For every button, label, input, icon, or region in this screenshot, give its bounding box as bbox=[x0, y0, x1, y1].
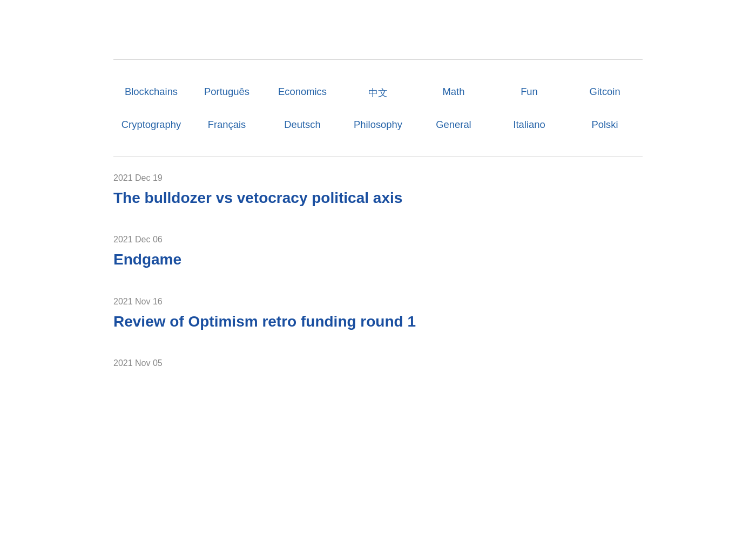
nav-item-general[interactable]: General bbox=[416, 114, 491, 135]
posts-list: 2021 Dec 19The bulldozer vs vetocracy po… bbox=[113, 157, 643, 368]
nav-item-economics[interactable]: Economics bbox=[265, 82, 340, 104]
post-entry: 2021 Dec 19The bulldozer vs vetocracy po… bbox=[113, 173, 643, 208]
post-date: 2021 Dec 19 bbox=[113, 173, 643, 183]
post-entry: 2021 Dec 06Endgame bbox=[113, 235, 643, 269]
site-title bbox=[113, 0, 643, 59]
post-title[interactable]: The bulldozer vs vetocracy political axi… bbox=[113, 188, 643, 208]
nav-item-deutsch[interactable]: Deutsch bbox=[265, 114, 340, 135]
nav-item-cryptography[interactable]: Cryptography bbox=[113, 114, 189, 135]
nav-item-[interactable]: 中文 bbox=[340, 82, 416, 104]
post-entry: 2021 Nov 05 bbox=[113, 358, 643, 368]
nav-item-portugus[interactable]: Português bbox=[189, 82, 265, 104]
category-nav: BlockchainsPortuguêsEconomics中文MathFunGi… bbox=[113, 60, 643, 157]
post-title[interactable]: Review of Optimism retro funding round 1 bbox=[113, 312, 643, 331]
post-entry: 2021 Nov 16Review of Optimism retro fund… bbox=[113, 297, 643, 331]
nav-item-polski[interactable]: Polski bbox=[567, 114, 643, 135]
nav-item-math[interactable]: Math bbox=[416, 82, 491, 104]
nav-item-italiano[interactable]: Italiano bbox=[491, 114, 567, 135]
nav-item-philosophy[interactable]: Philosophy bbox=[340, 114, 416, 135]
post-title[interactable]: Endgame bbox=[113, 250, 643, 269]
post-date: 2021 Nov 05 bbox=[113, 358, 643, 368]
nav-grid: BlockchainsPortuguêsEconomics中文MathFunGi… bbox=[113, 76, 643, 140]
nav-item-gitcoin[interactable]: Gitcoin bbox=[567, 82, 643, 104]
nav-item-blockchains[interactable]: Blockchains bbox=[113, 82, 189, 104]
nav-item-fun[interactable]: Fun bbox=[491, 82, 567, 104]
post-date: 2021 Nov 16 bbox=[113, 297, 643, 307]
post-date: 2021 Dec 06 bbox=[113, 235, 643, 245]
nav-item-franais[interactable]: Français bbox=[189, 114, 265, 135]
